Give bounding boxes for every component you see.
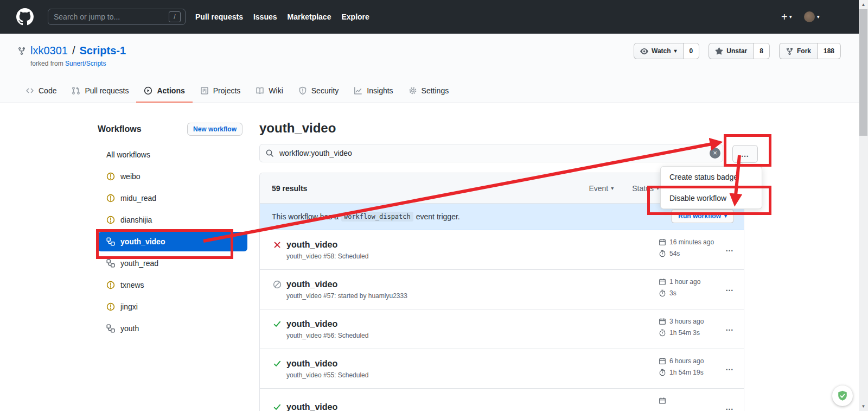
tab-wiki[interactable]: Wiki <box>248 80 290 103</box>
scrollbar-thumb[interactable] <box>859 9 867 136</box>
github-actions-page: / Pull requests Issues Marketplace Explo… <box>0 0 868 411</box>
run-time: 3 hours ago <box>669 318 704 325</box>
event-filter[interactable]: Event ▾ <box>589 184 614 193</box>
workflow-label: txnews <box>120 281 144 289</box>
sidebar-item-midu-read[interactable]: midu_read <box>98 187 242 209</box>
run-meta: 16 minutes ago 54s <box>659 238 729 261</box>
forked-from-label: forked from <box>30 60 63 67</box>
forked-from-link[interactable]: Sunert/Scripts <box>65 60 106 67</box>
tab-security[interactable]: Security <box>291 80 347 103</box>
tab-pull-requests[interactable]: Pull requests <box>64 80 136 103</box>
fork-button[interactable]: Fork <box>779 43 818 59</box>
tab-settings[interactable]: Settings <box>401 80 457 103</box>
sidebar-item-youth[interactable]: youth <box>98 318 242 339</box>
menu-item-create-status-badge[interactable]: Create status badge <box>661 167 762 187</box>
gear-icon <box>409 86 417 95</box>
menu-item-disable-workflow[interactable]: Disable workflow <box>661 187 762 208</box>
run-duration: 1h 54m 3s <box>669 329 700 337</box>
results-count: 59 results <box>272 184 589 193</box>
run-options-button[interactable]: … <box>722 283 737 293</box>
sidebar-item-jingxi[interactable]: jingxi <box>98 296 242 318</box>
nav-marketplace[interactable]: Marketplace <box>288 12 331 21</box>
star-button-group: Unstar 8 <box>709 43 770 59</box>
run-time: 16 minutes ago <box>669 238 714 246</box>
fork-count[interactable]: 188 <box>818 43 841 59</box>
sidebar-item-youth-read[interactable]: youth_read <box>98 252 242 274</box>
tab-projects[interactable]: Projects <box>193 80 248 103</box>
clear-filter-button[interactable]: × <box>710 148 720 159</box>
scroll-down-arrow[interactable]: ▼ <box>859 404 868 409</box>
success-check-icon <box>273 320 282 328</box>
unstar-button[interactable]: Unstar <box>709 43 754 59</box>
run-workflow-button[interactable]: Run workflow ▾ <box>671 209 734 223</box>
nav-explore[interactable]: Explore <box>341 12 369 21</box>
caret-down-icon: ▾ <box>674 48 677 54</box>
adguard-shield-badge[interactable] <box>832 385 853 406</box>
eye-icon <box>640 47 648 55</box>
tab-actions[interactable]: Actions <box>136 80 192 103</box>
run-meta: 6 hours ago 1h 54m 19s <box>659 357 729 380</box>
run-duration: 54s <box>669 250 680 257</box>
sidebar-item-youth-video[interactable]: youth_video <box>98 232 247 251</box>
workflow-icon <box>106 237 115 246</box>
top-nav-links: Pull requests Issues Marketplace Explore <box>195 0 369 34</box>
warning-icon <box>106 281 115 289</box>
workflow-icon <box>106 259 115 268</box>
workflow-label: youth <box>120 324 139 333</box>
tab-label: Code <box>39 86 56 95</box>
avatar <box>804 11 815 22</box>
repo-name-link[interactable]: Scripts-1 <box>80 45 126 57</box>
repo-owner-link[interactable]: lxk0301 <box>30 45 68 57</box>
watch-button[interactable]: Watch ▾ <box>634 43 684 59</box>
scroll-up-arrow[interactable]: ▲ <box>859 2 868 7</box>
repo-forked-icon <box>17 47 26 55</box>
github-logo-icon[interactable] <box>16 8 34 26</box>
sidebar-item-weibo[interactable]: weibo <box>98 166 242 187</box>
workflow-icon <box>106 324 115 333</box>
calendar-icon <box>659 238 666 246</box>
run-options-button[interactable]: … <box>722 402 737 411</box>
run-title-link[interactable]: youth_video <box>286 402 337 411</box>
run-title-link[interactable]: youth_video <box>286 359 337 369</box>
global-search-input[interactable] <box>53 12 169 22</box>
nav-issues[interactable]: Issues <box>253 12 277 21</box>
sidebar-item-all-workflows[interactable]: All workflows <box>98 144 242 166</box>
repo-social-buttons: Watch ▾ 0 Unstar 8 Fork 188 <box>634 43 841 59</box>
watch-count[interactable]: 0 <box>684 43 700 59</box>
sidebar-item-txnews[interactable]: txnews <box>98 274 242 296</box>
tab-label: Actions <box>157 86 184 95</box>
page-title: youth_video <box>259 121 336 136</box>
user-menu[interactable]: ▾ <box>804 11 820 22</box>
status-filter[interactable]: Status ▾ <box>632 184 659 193</box>
workflow-label: jingxi <box>120 302 138 311</box>
nav-pull-requests[interactable]: Pull requests <box>195 12 243 21</box>
repo-title: lxk0301 / Scripts-1 <box>17 45 126 57</box>
tab-label: Security <box>311 86 339 95</box>
run-options-button[interactable]: … <box>722 323 737 333</box>
run-title-link[interactable]: youth_video <box>286 280 337 289</box>
create-new-menu[interactable]: + ▾ <box>781 11 792 22</box>
run-options-button[interactable]: … <box>722 243 737 254</box>
run-row: youth_video youth_video #56: Scheduled 3… <box>260 309 744 349</box>
run-title-link[interactable]: youth_video <box>286 319 337 329</box>
global-search[interactable]: / <box>48 9 186 25</box>
run-options-button[interactable]: … <box>722 362 737 372</box>
runs-filter-input[interactable] <box>278 148 704 158</box>
tab-code[interactable]: Code <box>18 80 64 103</box>
tab-insights[interactable]: Insights <box>346 80 400 103</box>
new-workflow-button[interactable]: New workflow <box>187 123 242 136</box>
workflows-heading: Workflows <box>98 124 142 134</box>
workflow-label: youth_read <box>120 259 158 268</box>
page-scrollbar[interactable]: ▲ ▼ <box>859 0 868 411</box>
forked-from: forked from Sunert/Scripts <box>30 60 106 67</box>
github-header: / Pull requests Issues Marketplace Explo… <box>0 0 859 34</box>
code-icon <box>25 86 34 95</box>
workflow-label: midu_read <box>120 194 156 203</box>
shield-check-icon <box>837 390 848 402</box>
run-duration: 1h 54m 19s <box>669 369 704 376</box>
star-count[interactable]: 8 <box>754 43 770 59</box>
event-filter-label: Event <box>589 184 608 193</box>
run-title-link[interactable]: youth_video <box>286 240 337 250</box>
search-icon <box>265 149 274 157</box>
sidebar-item-dianshijia[interactable]: dianshijia <box>98 209 242 231</box>
